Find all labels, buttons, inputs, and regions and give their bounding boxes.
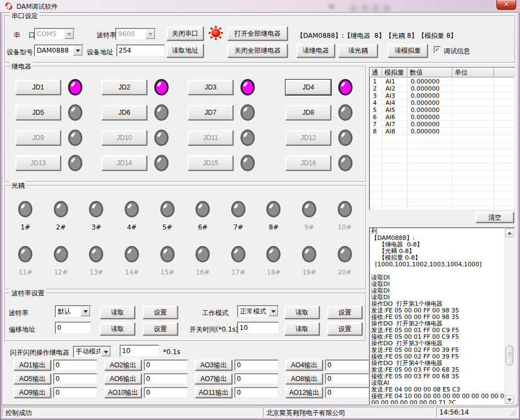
relay-button-jd10[interactable]: JD10 bbox=[102, 130, 147, 145]
opto-cell: 7# bbox=[221, 195, 256, 240]
relay-button-jd8[interactable]: JD8 bbox=[286, 105, 331, 120]
ao6-output-input[interactable] bbox=[144, 373, 188, 384]
open-all-relays-button[interactable]: 打开全部继电器 bbox=[227, 26, 288, 41]
relay-led bbox=[68, 130, 82, 146]
ao3-output-input[interactable] bbox=[234, 360, 278, 371]
table-row[interactable]: 6AI60.000000 bbox=[370, 114, 514, 121]
work-mode-read-button[interactable]: 读取 bbox=[284, 306, 320, 319]
address-input[interactable] bbox=[116, 44, 165, 57]
relay-button-jd3[interactable]: JD3 bbox=[188, 80, 233, 95]
status-bar: 控制成功 北京聚英翱翔电子有限公司 14:56:14 bbox=[2, 406, 518, 418]
log-scrollbar[interactable] bbox=[505, 228, 514, 404]
relay-button-jd14[interactable]: JD14 bbox=[102, 155, 147, 171]
table-row[interactable]: 7AI70.000000 bbox=[370, 121, 514, 128]
relay-button-jd15[interactable]: JD15 bbox=[188, 155, 233, 171]
ao11-output-input[interactable] bbox=[234, 387, 278, 398]
scroll-up-icon[interactable] bbox=[505, 228, 514, 237]
read-analog-button[interactable]: 读模拟量 bbox=[388, 44, 428, 58]
ao12-output-button[interactable]: AO12输出 bbox=[286, 387, 323, 398]
relay-button-jd13[interactable]: JD13 bbox=[15, 155, 61, 171]
relay-button-jd7[interactable]: JD7 bbox=[188, 105, 233, 120]
table-row[interactable]: 2AI20.000000 bbox=[370, 85, 514, 92]
relay-button-jd16[interactable]: JD16 bbox=[286, 155, 331, 171]
column-header[interactable] bbox=[494, 68, 515, 77]
ao8-output-input[interactable] bbox=[325, 373, 369, 384]
ao5-output-input[interactable] bbox=[53, 373, 97, 384]
read-address-button[interactable]: 读取地址 bbox=[166, 44, 204, 58]
baudrate-set-button[interactable]: 设置 bbox=[143, 306, 178, 319]
table-row[interactable]: 8AI80.000000 bbox=[370, 128, 514, 135]
relay-button-jd12[interactable]: JD12 bbox=[286, 130, 331, 145]
work-mode-set-button[interactable]: 设置 bbox=[327, 306, 362, 319]
relay-button-jd6[interactable]: JD6 bbox=[102, 105, 147, 120]
scrollbar-thumb[interactable] bbox=[506, 345, 513, 366]
relay-button-jd1[interactable]: JD1 bbox=[15, 80, 61, 95]
flash-mode-combo[interactable]: 手动模式 bbox=[73, 346, 111, 357]
app-icon[interactable] bbox=[4, 2, 13, 10]
opto-cell: 5# bbox=[149, 195, 185, 240]
close-button[interactable]: ✕ bbox=[496, 0, 516, 10]
close-all-relays-button[interactable]: 关闭全部继电器 bbox=[227, 44, 288, 58]
ao9-output-input[interactable] bbox=[53, 387, 97, 398]
read-relay-button[interactable]: 读继电器 bbox=[297, 44, 335, 58]
ao1-output-input[interactable] bbox=[53, 360, 97, 371]
relay-led bbox=[154, 130, 169, 146]
scroll-down-icon[interactable] bbox=[505, 395, 514, 404]
table-row[interactable]: 5AI50.000000 bbox=[370, 107, 514, 114]
column-header[interactable]: 数值 bbox=[407, 68, 452, 77]
table-row[interactable]: 1AI10.000000 bbox=[370, 78, 514, 85]
switch-time-input[interactable] bbox=[237, 322, 279, 334]
ao10-output-button[interactable]: AO10输出 bbox=[104, 387, 142, 398]
ao2-output-input[interactable] bbox=[144, 360, 188, 371]
column-header[interactable]: 通 bbox=[370, 68, 382, 77]
opto-label: 11# bbox=[19, 268, 32, 276]
offset-set-button[interactable]: 设置 bbox=[143, 322, 178, 335]
opto-label: 1# bbox=[20, 223, 30, 231]
relay-led bbox=[68, 79, 82, 96]
baudrate-read-button[interactable]: 读取 bbox=[100, 306, 135, 319]
relay-button-jd2[interactable]: JD2 bbox=[102, 80, 147, 95]
ao2-output-button[interactable]: AO2输出 bbox=[104, 360, 142, 371]
switch-time-read-button[interactable]: 读取 bbox=[284, 322, 320, 335]
ao11-output-button[interactable]: AO11输出 bbox=[195, 387, 232, 398]
ao3-output-button[interactable]: AO3输出 bbox=[195, 360, 232, 371]
model-combo[interactable]: DAM0888 bbox=[34, 44, 83, 57]
ao1-output-button[interactable]: AO1输出 bbox=[14, 360, 51, 371]
table-row[interactable]: 4AI40.000000 bbox=[370, 99, 514, 107]
clear-log-button[interactable]: 清空 bbox=[476, 212, 514, 223]
ao5-output-button[interactable]: AO5输出 bbox=[14, 373, 51, 384]
ao7-output-button[interactable]: AO7输出 bbox=[195, 373, 232, 384]
ao7-output-input[interactable] bbox=[234, 373, 278, 384]
log-output[interactable]: 列 【DAM0888】: 【继电器 0-8】 【光耦 0-8】 【模拟量 0-8… bbox=[369, 227, 515, 405]
close-serial-button[interactable]: 关闭串口 bbox=[166, 26, 204, 41]
ao8-output-button[interactable]: AO8输出 bbox=[286, 373, 323, 384]
read-opto-button[interactable]: 读光耦 bbox=[338, 44, 378, 58]
port-label: 串 口 bbox=[14, 31, 35, 40]
port-combo[interactable]: COM5 bbox=[34, 28, 75, 40]
flash-time-input[interactable] bbox=[120, 345, 159, 357]
resize-grip[interactable] bbox=[509, 409, 516, 416]
ao12-output-input[interactable] bbox=[325, 387, 369, 398]
opto-label: 15# bbox=[160, 268, 174, 276]
ao4-output-button[interactable]: AO4输出 bbox=[286, 360, 323, 371]
relay-button-jd11[interactable]: JD11 bbox=[188, 130, 233, 145]
relay-button-jd4[interactable]: JD4 bbox=[286, 80, 331, 95]
offset-read-button[interactable]: 读取 bbox=[100, 322, 135, 335]
relay-button-jd5[interactable]: JD5 bbox=[15, 105, 61, 120]
debug-info-checkbox[interactable]: ✓ bbox=[434, 46, 441, 53]
offset-address-input[interactable] bbox=[55, 322, 91, 334]
opto-cell: 15# bbox=[149, 240, 185, 285]
relay-button-jd9[interactable]: JD9 bbox=[15, 130, 61, 145]
ao10-output-input[interactable] bbox=[144, 387, 188, 398]
table-row[interactable]: 3AI30.000000 bbox=[370, 92, 514, 99]
ao4-output-input[interactable] bbox=[325, 360, 369, 371]
log-line: 读取DI bbox=[371, 288, 505, 294]
baud-combo[interactable]: 9600 bbox=[115, 28, 156, 40]
column-header[interactable]: 模拟量 bbox=[382, 68, 407, 77]
ao6-output-button[interactable]: AO6输出 bbox=[104, 373, 142, 384]
work-mode-combo[interactable]: 正常模式 bbox=[237, 305, 279, 317]
switch-time-set-button[interactable]: 设置 bbox=[327, 322, 362, 335]
ao9-output-button[interactable]: AO9输出 bbox=[14, 387, 51, 398]
baudrate-combo[interactable]: 默认 bbox=[55, 305, 91, 317]
column-header[interactable]: 单位 bbox=[452, 68, 494, 77]
